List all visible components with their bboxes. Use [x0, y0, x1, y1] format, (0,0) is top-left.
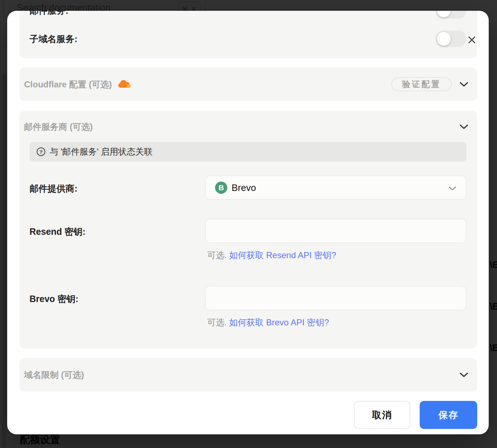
email-provider-section: 邮件服务商 (可选) ? 与 '邮件服务' 启用状态关联 邮件提供商: B Br…	[19, 110, 477, 348]
email-service-label: 邮件服务:	[29, 11, 68, 17]
resend-key-label: Resend 密钥:	[29, 219, 205, 238]
email-provider-section-header: 邮件服务商 (可选)	[29, 121, 466, 133]
toggle-knob	[437, 11, 451, 17]
linked-state-note-text: 与 '邮件服务' 启用状态关联	[50, 146, 153, 157]
save-button[interactable]: 保存	[420, 401, 477, 429]
domain-restriction-section-title: 域名限制 (可选)	[24, 369, 84, 381]
cloudflare-section: Cloudflare 配置 (可选) 验证配置	[19, 68, 477, 101]
provider-select[interactable]: B Brevo	[205, 175, 466, 200]
close-icon	[467, 35, 477, 45]
resend-key-field-row: Resend 密钥: 可选. 如何获取 Resend API 密钥?	[29, 219, 466, 261]
close-button[interactable]	[466, 34, 478, 46]
resend-api-key-link[interactable]: 如何获取 Resend API 密钥?	[229, 250, 336, 260]
brevo-key-label: Brevo 密钥:	[29, 286, 205, 305]
brevo-key-field-row: Brevo 密钥: 可选. 如何获取 Brevo API 密钥?	[29, 286, 466, 328]
cloudflare-section-header: Cloudflare 配置 (可选)	[24, 79, 131, 90]
brevo-api-key-link[interactable]: 如何获取 Brevo API 密钥?	[229, 317, 329, 327]
provider-field-label: 邮件提供商:	[29, 175, 205, 195]
resend-key-input[interactable]	[205, 219, 466, 243]
linked-state-note: ? 与 '邮件服务' 启用状态关联	[29, 142, 466, 161]
chevron-down-icon[interactable]	[460, 124, 468, 129]
optional-hint: 可选.	[207, 250, 227, 260]
chevron-down-icon[interactable]	[460, 82, 468, 87]
brevo-key-help: 可选. 如何获取 Brevo API 密钥?	[205, 317, 466, 328]
email-service-toggle[interactable]	[436, 11, 466, 19]
provider-field-row: 邮件提供商: B Brevo	[29, 175, 466, 200]
toggle-knob	[437, 32, 451, 46]
service-toggles-card: 邮件服务: 子域名服务:	[19, 11, 477, 58]
cloudflare-icon	[118, 80, 131, 89]
verify-config-button[interactable]: 验证配置	[391, 77, 452, 91]
settings-dialog: 邮件服务: 子域名服务: Cloudflare 配置 (可选) 验证配置	[7, 11, 489, 434]
subdomain-service-toggle[interactable]	[436, 31, 466, 47]
cloudflare-section-title: Cloudflare 配置 (可选)	[24, 79, 112, 90]
brevo-icon: B	[215, 182, 227, 194]
email-provider-section-title: 邮件服务商 (可选)	[24, 121, 93, 133]
provider-select-value: Brevo	[232, 182, 256, 193]
email-service-row: 邮件服务:	[29, 11, 466, 19]
domain-restriction-section: 域名限制 (可选)	[19, 358, 477, 392]
help-circle-icon: ?	[37, 147, 45, 156]
subdomain-service-label: 子域名服务:	[29, 33, 77, 45]
chevron-down-icon	[448, 186, 456, 191]
cancel-button[interactable]: 取消	[354, 401, 410, 429]
dialog-footer: 取消 保存	[19, 401, 477, 429]
optional-hint: 可选.	[207, 317, 227, 327]
subdomain-service-row: 子域名服务:	[29, 31, 466, 47]
brevo-key-input[interactable]	[205, 286, 466, 310]
resend-key-help: 可选. 如何获取 Resend API 密钥?	[205, 250, 466, 261]
chevron-down-icon[interactable]	[460, 372, 468, 378]
